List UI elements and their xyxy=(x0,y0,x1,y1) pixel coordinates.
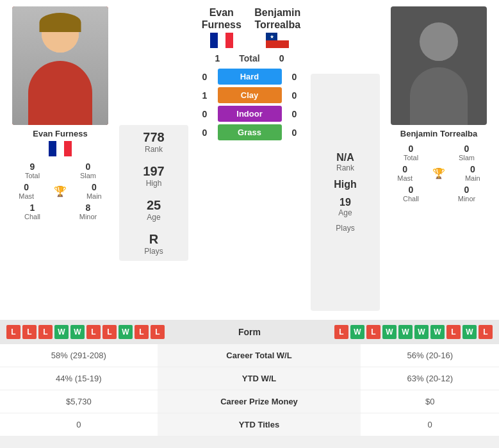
left-chall: 1 Chall xyxy=(6,203,58,220)
right-mast: 0 Mast xyxy=(385,164,425,182)
left-high-value: 197 xyxy=(119,164,188,179)
right-player-name: Benjamin Torrealba xyxy=(400,129,477,138)
form-badge: W xyxy=(119,325,133,339)
left-rank-value: 778 xyxy=(119,130,188,145)
top-section: Evan Furness 9 Total 0 Slam xyxy=(0,0,499,317)
stats-center: Career Prize Money xyxy=(158,390,361,413)
left-rank-label: Rank xyxy=(119,145,188,154)
stats-right: 0 xyxy=(361,413,499,436)
form-badge: L xyxy=(22,325,37,339)
hard-right-score: 0 xyxy=(288,72,301,82)
stats-row: $5,730 Career Prize Money $0 xyxy=(0,390,499,413)
form-badge: L xyxy=(86,325,101,339)
form-badge: L xyxy=(446,325,461,339)
left-player-block: Evan Furness 9 Total 0 Slam xyxy=(6,6,114,220)
hard-left-score: 0 xyxy=(199,72,211,82)
right-player-photo xyxy=(391,6,487,125)
left-slam: 0 Slam xyxy=(62,162,114,179)
stats-row: 58% (291-208) Career Total W/L 56% (20-1… xyxy=(0,344,499,367)
indoor-button[interactable]: Indoor xyxy=(218,106,282,122)
right-plays-box: Plays xyxy=(316,224,375,233)
form-badge: L xyxy=(102,325,117,339)
stats-left: 58% (291-208) xyxy=(0,344,158,367)
form-badge: L xyxy=(334,325,348,339)
chile-flag: ★ xyxy=(266,33,289,48)
form-badge: L xyxy=(135,325,149,339)
form-badge: L xyxy=(366,325,380,339)
stats-left: 0 xyxy=(0,413,158,436)
indoor-left-score: 0 xyxy=(199,109,211,119)
right-player-name-top: Benjamin Torrealba xyxy=(250,6,306,31)
clay-left-score: 1 xyxy=(199,90,211,101)
stats-right: 63% (20-12) xyxy=(361,367,499,390)
left-stats-row3: 1 Chall 8 Minor xyxy=(6,203,114,220)
stats-center: YTD Titles xyxy=(158,413,361,436)
right-stats-panel: N/A Rank High 19 Age Plays xyxy=(311,74,380,311)
right-total: 0 Total xyxy=(385,144,437,162)
indoor-right-score: 0 xyxy=(288,109,301,119)
form-badge: W xyxy=(70,325,85,339)
clay-row: 1 Clay 0 xyxy=(193,87,306,103)
form-badge: L xyxy=(6,325,20,339)
total-left-score: 1 xyxy=(215,53,220,63)
left-trophy-icon: 🏆 xyxy=(54,185,67,197)
stats-right: $0 xyxy=(361,390,499,413)
total-row: 1 Total 0 xyxy=(215,53,284,63)
grass-left-score: 0 xyxy=(199,128,211,138)
left-minor: 8 Minor xyxy=(62,203,114,220)
grass-right-score: 0 xyxy=(288,128,301,138)
form-section: LLLWWLLWLL Form LWLWWWWLWL xyxy=(0,320,499,344)
right-age-value: 19 xyxy=(316,197,375,208)
form-badge: W xyxy=(350,325,364,339)
left-flag-top xyxy=(193,33,250,48)
clay-button[interactable]: Clay xyxy=(218,87,282,103)
right-form-badges: LWLWWWWLWL xyxy=(334,325,493,339)
right-trophy-icon: 🏆 xyxy=(432,167,445,179)
right-rank-box: N/A Rank xyxy=(316,152,375,172)
right-high-box: High xyxy=(316,179,375,190)
form-badge: W xyxy=(382,325,397,339)
right-high-value: High xyxy=(316,179,375,190)
stats-center: Career Total W/L xyxy=(158,344,361,367)
right-age-label: Age xyxy=(316,208,375,217)
right-player-block: Benjamin Torrealba 0 Total 0 Slam 0 Mast… xyxy=(385,6,493,203)
left-stats-row2: 0 Mast 🏆 0 Main xyxy=(6,182,114,200)
hard-row: 0 Hard 0 xyxy=(193,69,306,85)
stats-left: $5,730 xyxy=(0,390,158,413)
left-stats-row1: 9 Total 0 Slam xyxy=(6,162,114,179)
right-stats-row1: 0 Total 0 Slam xyxy=(385,144,493,162)
right-stats-row3: 0 Chall 0 Minor xyxy=(385,185,493,203)
left-form-badges: LLLWWLLWLL xyxy=(6,325,165,339)
grass-button[interactable]: Grass xyxy=(218,124,282,140)
right-age-box: 19 Age xyxy=(316,197,375,217)
form-badge: L xyxy=(38,325,53,339)
left-plays-value: R xyxy=(119,232,188,247)
france-flag xyxy=(49,141,72,156)
form-badge: W xyxy=(414,325,429,339)
grass-row: 0 Grass 0 xyxy=(193,124,306,140)
indoor-row: 0 Indoor 0 xyxy=(193,106,306,122)
left-player-name: Evan Furness xyxy=(33,129,87,138)
right-rank-value: N/A xyxy=(316,152,375,163)
main-container: Evan Furness 9 Total 0 Slam xyxy=(0,0,499,436)
right-slam: 0 Slam xyxy=(441,144,493,162)
form-badge: L xyxy=(479,325,493,339)
stats-right: 56% (20-16) xyxy=(361,344,499,367)
left-plays-label: Plays xyxy=(119,247,188,256)
stats-left: 44% (15-19) xyxy=(0,367,158,390)
form-badge: W xyxy=(54,325,69,339)
hard-button[interactable]: Hard xyxy=(218,69,282,85)
left-main: 0 Main xyxy=(74,182,114,200)
total-label: Total xyxy=(239,53,259,63)
left-mast: 0 Mast xyxy=(6,182,46,200)
total-right-score: 0 xyxy=(279,53,284,63)
stats-row: 0 YTD Titles 0 xyxy=(0,413,499,436)
right-plays-label: Plays xyxy=(316,224,375,233)
left-player-name-top: Evan Furness xyxy=(193,6,250,31)
left-high-label: High xyxy=(119,179,188,188)
left-age-value: 25 xyxy=(119,198,188,213)
form-badge: W xyxy=(430,325,445,339)
clay-right-score: 0 xyxy=(288,90,301,101)
right-minor: 0 Minor xyxy=(441,185,493,203)
form-badge: W xyxy=(398,325,413,339)
